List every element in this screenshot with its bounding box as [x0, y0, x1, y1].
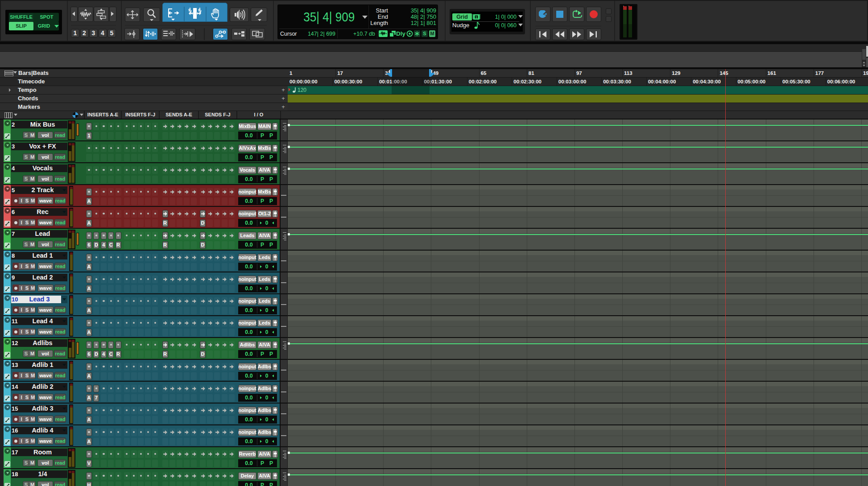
svg-text:1: 1 — [475, 16, 477, 19]
